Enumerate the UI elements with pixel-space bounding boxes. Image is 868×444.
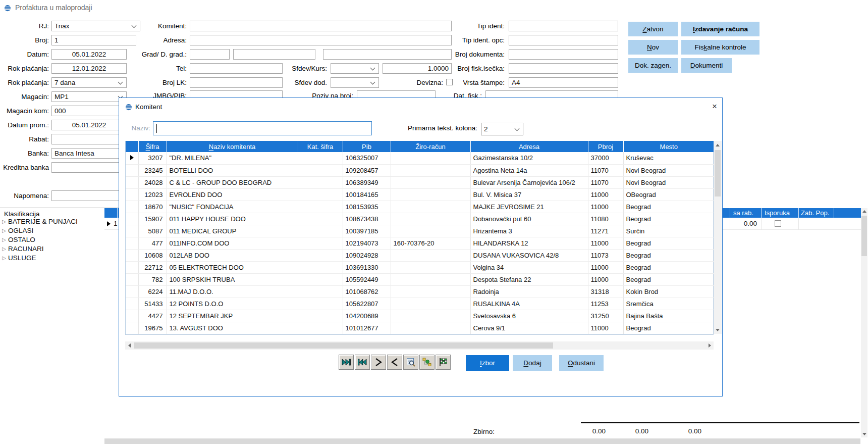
cell[interactable]: 23245 (138, 164, 167, 176)
tree-item[interactable]: ▷RACUNARI (0, 244, 103, 254)
hierarchy-view-button[interactable] (419, 355, 435, 370)
dokumenti-button[interactable]: Dokumenti (681, 58, 732, 73)
table-row[interactable]: 3207"DR. MILENA"106325007Gazimestanska 1… (126, 152, 714, 164)
cell[interactable]: Bajina Bašta (623, 310, 714, 322)
cell[interactable]: 101068762 (343, 285, 391, 298)
napomena-input[interactable] (51, 190, 127, 201)
tip-ident-opc-input[interactable] (509, 35, 618, 45)
cell[interactable]: 103691330 (343, 261, 391, 273)
column-header[interactable]: Pbroj (588, 141, 623, 152)
cell[interactable] (298, 249, 343, 261)
cell[interactable]: 102194073 (343, 237, 391, 249)
previous-group-button[interactable] (387, 355, 402, 370)
isporuka-checkbox[interactable] (775, 220, 781, 227)
cell[interactable]: Dobanovački put 60 (470, 213, 588, 225)
datum-input[interactable]: 05.01.2022 (51, 49, 127, 60)
items-grid-vertical-scrollbar[interactable] (861, 208, 867, 437)
grad-input-2[interactable] (233, 49, 315, 60)
cell[interactable]: 37000 (588, 152, 623, 164)
skip-to-last-button[interactable] (339, 355, 354, 370)
cell[interactable]: Surčin (623, 225, 714, 237)
table-row[interactable]: 10608012LAB DOO109024928DUSANA VUKASOVIC… (126, 249, 714, 261)
cell[interactable]: 106389349 (343, 176, 391, 188)
cell[interactable]: 101012677 (343, 322, 391, 334)
cell[interactable]: 11271 (588, 225, 623, 237)
cell[interactable]: Bul. V. Misica 37 (470, 188, 588, 201)
cell[interactable]: Beograd (623, 213, 714, 225)
cell[interactable]: 108673438 (343, 213, 391, 225)
column-header-isporuka[interactable]: Isporuka (765, 208, 790, 218)
cell[interactable]: RUSALKINA 4A (470, 298, 588, 310)
cell[interactable]: 4427 (138, 310, 167, 322)
cell[interactable]: 11000 (588, 237, 623, 249)
table-row[interactable]: 477011INFO.COM DOO102194073160-70376-20H… (126, 237, 714, 249)
expand-triangle-icon[interactable]: ▷ (0, 226, 8, 235)
rok-placanja-datum-input[interactable]: 12.01.2022 (51, 63, 127, 74)
cell[interactable] (298, 310, 343, 322)
cell[interactable]: 11070 (588, 164, 623, 176)
cell[interactable] (298, 285, 343, 298)
cell[interactable]: MAJKE JEVROSIME 21 (470, 201, 588, 213)
cell[interactable]: Volgina 34 (470, 261, 588, 273)
scroll-up-icon[interactable] (862, 210, 866, 213)
skip-to-first-button[interactable] (355, 355, 370, 370)
cell[interactable]: 19675 (138, 322, 167, 334)
cell[interactable]: 100184165 (343, 188, 391, 201)
cell[interactable]: Beograd (623, 249, 714, 261)
broj-lk-input[interactable] (190, 77, 283, 88)
izdavanje-racuna-button[interactable]: Izdavanje računa (681, 22, 760, 36)
cell[interactable]: 11000 (588, 261, 623, 273)
expand-triangle-icon[interactable]: ▷ (0, 244, 8, 254)
cell[interactable] (298, 237, 343, 249)
cell[interactable]: Beograd (623, 273, 714, 285)
cell[interactable]: 15907 (138, 213, 167, 225)
tree-item[interactable]: ▷OGLASI (0, 226, 103, 235)
column-header[interactable]: Mesto (623, 141, 714, 152)
zatvori-button[interactable]: Zatvori (628, 22, 678, 36)
cell[interactable]: EVROLEND DOO (167, 188, 298, 201)
cell[interactable] (298, 164, 343, 176)
cell[interactable]: 108153935 (343, 201, 391, 213)
cell[interactable]: 100397185 (343, 225, 391, 237)
expand-triangle-icon[interactable]: ▷ (0, 235, 8, 244)
next-group-button[interactable] (371, 355, 386, 370)
broj-input[interactable]: 1 (51, 35, 136, 45)
cell[interactable]: "DR. MILENA" (167, 152, 298, 164)
cell[interactable]: 105592449 (343, 273, 391, 285)
cell[interactable]: 31318 (588, 285, 623, 298)
fiskalne-kontrole-button[interactable]: Fiskalne kontrole (681, 40, 760, 55)
column-header-zab-pop[interactable]: Zab. Pop. (801, 208, 829, 218)
cell[interactable]: 11070 (588, 176, 623, 188)
column-header[interactable]: Žiro-račun (391, 141, 470, 152)
cell[interactable]: Beograd (623, 261, 714, 273)
cell[interactable]: 10608 (138, 249, 167, 261)
table-vertical-scrollbar[interactable] (714, 141, 722, 334)
tel-input[interactable] (190, 63, 283, 74)
tree-item[interactable]: ▷USLUGE (0, 254, 103, 263)
naziv-search-input[interactable] (153, 121, 372, 135)
cell[interactable]: 12023 (138, 188, 167, 201)
cell[interactable]: 012LAB DOO (167, 249, 298, 261)
cell[interactable]: C & LC - GROUP DOO BEOGRAD (167, 176, 298, 188)
cell[interactable]: 104200689 (343, 310, 391, 322)
scroll-down-icon[interactable] (716, 329, 720, 331)
rok-placanja-select[interactable]: 7 dana (51, 77, 127, 88)
cell[interactable]: Kokin Brod (623, 285, 714, 298)
cell[interactable]: 11253 (588, 298, 623, 310)
cell[interactable] (391, 213, 470, 225)
magacin-select[interactable]: MP1 (51, 91, 127, 102)
cell[interactable]: 3207 (138, 152, 167, 164)
cell[interactable] (298, 273, 343, 285)
cell[interactable]: 22712 (138, 261, 167, 273)
cell[interactable]: Svetosavska 6 (470, 310, 588, 322)
cell[interactable]: 31250 (588, 310, 623, 322)
cell[interactable]: 477 (138, 237, 167, 249)
cell[interactable]: OBeograd (623, 188, 714, 201)
nov-button[interactable]: Nov (628, 40, 678, 55)
magacin-kom-input[interactable]: 000 (51, 106, 127, 116)
table-row[interactable]: 23245BOTELLI DOO109208457Agostina Neta 1… (126, 164, 714, 176)
table-row[interactable]: 5143312 POINTS D.O.O105622807RUSALKINA 4… (126, 298, 714, 310)
cell[interactable]: 5087 (138, 225, 167, 237)
cell[interactable] (298, 322, 343, 334)
table-row[interactable]: 5087011 MEDICAL GROUP100397185Hrizantema… (126, 225, 714, 237)
